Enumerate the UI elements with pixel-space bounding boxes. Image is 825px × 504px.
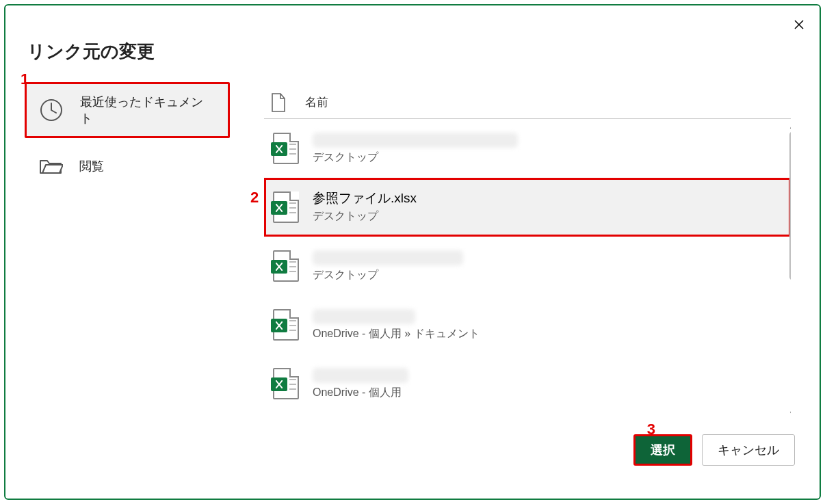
file-text: OneDrive - 個人用 » ドキュメント (313, 309, 480, 341)
excel-file-icon (273, 191, 299, 223)
dialog-title: リンク元の変更 (27, 40, 155, 64)
file-name (313, 368, 408, 383)
file-name (313, 309, 415, 324)
sidebar-item-label: 最近使ったドキュメント (80, 94, 214, 127)
file-area: 名前 デスクトップ参照ファイル.xlsxデスクトップデスクトップOneDrive… (264, 86, 791, 423)
sidebar-item-label: 閲覧 (79, 158, 104, 174)
excel-file-icon (273, 368, 299, 399)
file-name (313, 250, 463, 265)
folder-open-icon (38, 154, 63, 178)
file-list: デスクトップ参照ファイル.xlsxデスクトップデスクトップOneDrive - … (264, 119, 791, 420)
column-header-name: 名前 (305, 94, 328, 110)
select-button[interactable]: 選択 (633, 434, 692, 466)
change-source-dialog: リンク元の変更 1 2 3 最近使ったドキュメント 閲覧 名前 デスクトッ (4, 4, 821, 500)
excel-file-icon (273, 250, 299, 282)
scroll-thumb[interactable] (789, 131, 791, 280)
file-row[interactable]: デスクトップ (264, 237, 791, 295)
callout-2: 2 (250, 189, 259, 207)
file-text: OneDrive - 個人用 (313, 368, 408, 400)
file-icon (271, 93, 286, 112)
file-row[interactable]: 参照ファイル.xlsxデスクトップ (264, 178, 791, 237)
cancel-button[interactable]: キャンセル (702, 434, 795, 466)
file-location: デスクトップ (313, 268, 463, 282)
sidebar-item-recent[interactable]: 最近使ったドキュメント (25, 82, 230, 138)
file-text: 参照ファイル.xlsxデスクトップ (313, 191, 417, 224)
file-text: デスクトップ (313, 250, 463, 282)
file-row[interactable]: OneDrive - 個人用 (264, 354, 791, 413)
file-name: 参照ファイル.xlsx (313, 191, 417, 207)
excel-file-icon (273, 133, 299, 164)
file-row[interactable]: デスクトップ (264, 119, 791, 178)
file-name (313, 133, 518, 148)
file-text: デスクトップ (313, 133, 518, 165)
scroll-down-icon[interactable]: ▼ (787, 408, 791, 420)
scroll-up-icon[interactable]: ▲ (787, 119, 791, 131)
excel-file-icon (273, 309, 299, 341)
scrollbar[interactable]: ▲ ▼ (787, 119, 791, 420)
clock-icon (39, 98, 64, 122)
close-button[interactable] (788, 14, 810, 36)
sidebar-item-browse[interactable]: 閲覧 (25, 138, 230, 194)
file-row[interactable]: OneDrive - 個人用 » ドキュメント (264, 295, 791, 354)
file-location: OneDrive - 個人用 (313, 386, 408, 400)
sidebar: 最近使ったドキュメント 閲覧 (25, 82, 230, 194)
file-location: デスクトップ (313, 209, 417, 224)
file-location: OneDrive - 個人用 » ドキュメント (313, 327, 480, 341)
dialog-buttons: 選択 キャンセル (633, 434, 795, 466)
file-location: デスクトップ (313, 150, 518, 165)
file-list-header: 名前 (264, 86, 791, 119)
